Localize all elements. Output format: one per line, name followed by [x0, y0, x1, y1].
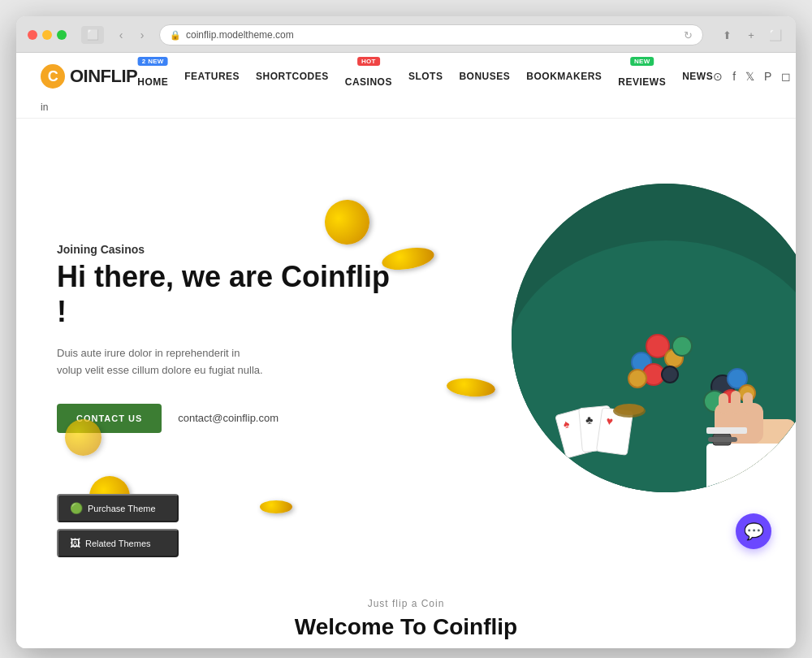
instagram-icon[interactable]: ◻ [781, 70, 791, 83]
pinterest-icon[interactable]: P [764, 70, 771, 83]
purchase-icon: 🟢 [70, 502, 83, 514]
site-header: OINFLIP 2 NEW HOME FEATURES SHORTCODES [16, 53, 796, 119]
svg-rect-19 [706, 444, 796, 492]
hero-title: Hi there, we are Coinflip ! [57, 259, 398, 329]
svg-rect-16 [719, 393, 728, 413]
main-nav: 2 NEW HOME FEATURES SHORTCODES HOT CASIN… [137, 65, 713, 88]
purchase-label: Purchase Theme [88, 504, 156, 513]
section-intro: Just flip a Coin Welcome To Coinflip [16, 574, 796, 648]
logo-text: OINFLIP [70, 66, 137, 87]
section-label: Just flip a Coin [32, 598, 780, 609]
header-top: OINFLIP 2 NEW HOME FEATURES SHORTCODES [41, 53, 771, 97]
coin-4 [65, 419, 102, 456]
themes-icon: 🖼 [70, 537, 80, 549]
svg-point-8 [628, 370, 646, 387]
hero-image-area: ♠ ♣ ♥ [512, 135, 796, 574]
traffic-lights [28, 30, 67, 40]
browser-window: ⬜ ‹ › 🔒 coinflip.modeltheme.com ↻ ⬆ + ⬜ … [16, 16, 796, 648]
svg-rect-21 [708, 437, 737, 442]
browser-actions: ⬆ + ⬜ [718, 26, 784, 44]
related-themes-button[interactable]: 🖼 Related Themes [57, 529, 179, 557]
new-tab-button[interactable]: + [742, 26, 760, 44]
hero-description: Duis aute irure dolor in reprehenderit i… [57, 345, 398, 379]
nav-news[interactable]: NEWS [682, 71, 713, 82]
header-subnav: in [41, 97, 771, 118]
facebook-icon[interactable]: f [732, 70, 736, 83]
maximize-button[interactable] [57, 30, 67, 40]
close-button[interactable] [28, 30, 37, 40]
casino-circle: ♠ ♣ ♥ [512, 184, 796, 492]
logo-icon [41, 64, 65, 89]
website-content: OINFLIP 2 NEW HOME FEATURES SHORTCODES [16, 53, 796, 648]
section-title: Welcome To Coinflip [32, 614, 780, 640]
svg-rect-18 [743, 392, 753, 413]
hero-content: Joining Casinos Hi there, we are Coinfli… [57, 243, 398, 433]
chat-icon: 💬 [744, 522, 764, 541]
hero-subtitle: Joining Casinos [57, 243, 398, 256]
hero-actions: CONTACT US contact@coinflip.com [57, 404, 398, 433]
hero-section: Joining Casinos Hi there, we are Coinfli… [16, 119, 796, 574]
nav-bonuses[interactable]: BONUSES [459, 71, 510, 82]
casino-svg: ♠ ♣ ♥ [512, 184, 796, 492]
coin-6 [260, 500, 292, 513]
chat-button[interactable]: 💬 [736, 513, 771, 549]
browser-controls: ⬜ [81, 26, 104, 44]
minimize-button[interactable] [42, 30, 52, 40]
bottom-buttons: 🟢 Purchase Theme 🖼 Related Themes [57, 494, 179, 557]
back-button[interactable]: ‹ [112, 26, 130, 44]
twitter-icon[interactable]: 𝕏 [745, 70, 754, 83]
purchase-theme-button[interactable]: 🟢 Purchase Theme [57, 494, 179, 522]
sidebar-toggle-button[interactable]: ⬜ [81, 26, 104, 44]
nav-shortcodes[interactable]: SHORTCODES [256, 71, 329, 82]
search-social-icon[interactable]: ⊙ [713, 70, 723, 83]
nav-casinos[interactable]: HOT CASINOS [345, 65, 392, 88]
nav-badge-reviews: NEW [630, 57, 654, 66]
address-bar[interactable]: 🔒 coinflip.modeltheme.com ↻ [159, 24, 703, 45]
logo[interactable]: OINFLIP [41, 64, 137, 89]
svg-point-6 [662, 366, 678, 383]
svg-rect-30 [706, 427, 747, 434]
nav-badge-home: 2 NEW [138, 57, 168, 66]
tabs-button[interactable]: ⬜ [767, 26, 784, 44]
refresh-icon[interactable]: ↻ [684, 29, 693, 41]
share-button[interactable]: ⬆ [718, 26, 736, 44]
svg-point-29 [615, 404, 644, 415]
nav-home[interactable]: 2 NEW HOME [137, 65, 168, 88]
svg-text:♣: ♣ [585, 413, 594, 426]
security-icon: 🔒 [170, 30, 181, 41]
nav-badge-casinos: HOT [357, 57, 380, 66]
related-label: Related Themes [85, 539, 151, 548]
browser-titlebar: ⬜ ‹ › 🔒 coinflip.modeltheme.com ↻ ⬆ + ⬜ [16, 16, 796, 53]
url-text: coinflip.modeltheme.com [186, 29, 294, 41]
coin-3 [446, 376, 496, 398]
linkedin-link[interactable]: in [41, 102, 48, 113]
browser-nav: ‹ › [112, 26, 151, 44]
nav-slots[interactable]: SLOTS [408, 71, 443, 82]
hero-email: contact@coinflip.com [178, 412, 279, 424]
svg-rect-17 [731, 391, 741, 413]
social-icons: ⊙ f 𝕏 P ◻ [713, 70, 791, 83]
forward-button[interactable]: › [133, 26, 151, 44]
svg-point-7 [672, 336, 692, 356]
nav-bookmakers[interactable]: BOOKMAKERS [526, 71, 602, 82]
nav-reviews[interactable]: NEW REVIEWS [618, 65, 666, 88]
nav-features[interactable]: FEATURES [184, 71, 240, 82]
